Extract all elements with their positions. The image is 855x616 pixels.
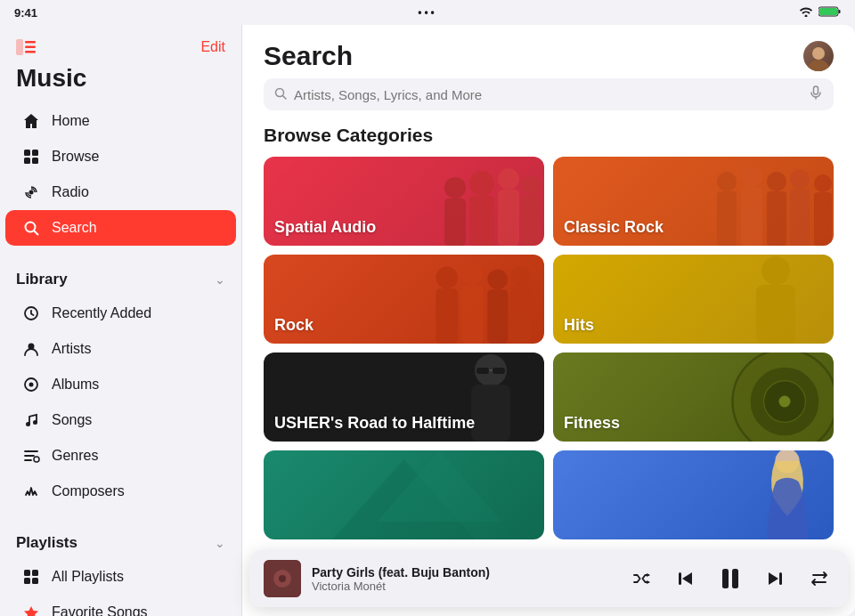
sidebar-item-recently-added-label: Recently Added: [52, 305, 151, 321]
svg-rect-9: [24, 158, 30, 164]
now-playing-thumbnail: [264, 560, 301, 597]
category-card-classic-rock[interactable]: Classic Rock: [553, 157, 834, 246]
sidebar-item-genres[interactable]: Genres: [5, 438, 236, 474]
sidebar-header: Edit: [0, 25, 241, 61]
repeat-button[interactable]: [805, 564, 834, 593]
albums-icon: [21, 375, 41, 394]
sidebar-item-radio[interactable]: Radio: [5, 174, 236, 210]
svg-rect-62: [476, 368, 489, 374]
svg-rect-80: [779, 572, 782, 585]
svg-point-50: [436, 267, 458, 289]
svg-point-56: [510, 266, 531, 287]
svg-point-11: [29, 190, 34, 195]
sidebar-toggle-button[interactable]: [16, 37, 41, 57]
svg-point-27: [812, 47, 825, 60]
microphone-icon[interactable]: [809, 85, 823, 103]
svg-point-36: [521, 175, 541, 195]
sidebar-item-browse[interactable]: Browse: [5, 139, 236, 174]
category-card-usher[interactable]: USHER's Road to Halftime: [264, 353, 544, 442]
sidebar-item-all-playlists[interactable]: All Playlists: [5, 559, 236, 595]
composers-icon: [21, 482, 41, 501]
sidebar-item-composers-label: Composers: [52, 483, 125, 499]
search-input[interactable]: [294, 87, 802, 102]
search-bar-icon: [274, 87, 287, 102]
sidebar-item-home-label: Home: [52, 113, 90, 129]
sidebar-item-favorite-songs[interactable]: Favorite Songs: [5, 595, 236, 616]
svg-rect-1: [819, 8, 837, 15]
sidebar-item-artists-label: Artists: [52, 341, 91, 357]
avatar-image: [803, 41, 834, 71]
user-avatar[interactable]: [803, 41, 834, 71]
svg-point-46: [790, 169, 810, 189]
svg-rect-33: [469, 196, 494, 246]
svg-rect-24: [32, 578, 38, 584]
svg-point-34: [498, 168, 519, 190]
sidebar-item-radio-label: Radio: [52, 184, 89, 200]
svg-line-29: [283, 95, 287, 99]
hits-label: Hits: [564, 316, 594, 335]
svg-rect-5: [25, 46, 36, 49]
sidebar-nav: Home Browse Radio Search: [0, 103, 241, 246]
category-card-fitness[interactable]: Fitness: [553, 353, 834, 442]
svg-rect-47: [790, 189, 810, 246]
sidebar-item-search-label: Search: [52, 220, 97, 236]
svg-point-40: [717, 172, 737, 191]
sidebar-item-recently-added[interactable]: Recently Added: [5, 296, 236, 331]
sidebar-edit-button[interactable]: Edit: [200, 39, 225, 55]
now-playing-controls: [627, 564, 834, 593]
svg-rect-76: [679, 572, 681, 585]
svg-rect-77: [722, 569, 729, 588]
playlists-chevron-icon: ⌄: [215, 536, 225, 550]
sidebar-title: Music: [0, 61, 241, 103]
category-card-spatial-audio[interactable]: Spatial Audio: [264, 157, 544, 246]
genres-icon: [21, 446, 41, 466]
svg-point-32: [469, 171, 494, 196]
svg-point-20: [34, 457, 39, 462]
sidebar-item-search[interactable]: Search: [5, 210, 236, 246]
status-time: 9:41: [14, 6, 37, 20]
status-bar: 9:41 •••: [0, 0, 855, 25]
now-playing-title: Party Girls (feat. Buju Banton): [312, 565, 616, 580]
all-playlists-icon: [21, 567, 41, 587]
svg-rect-37: [521, 195, 541, 246]
status-icons: [799, 6, 841, 19]
wifi-icon: [799, 6, 813, 19]
classic-rock-label: Classic Rock: [564, 218, 664, 237]
playlists-section-header: Playlists ⌄: [16, 534, 225, 552]
category-card-hits[interactable]: Hits: [553, 255, 834, 344]
svg-rect-21: [24, 570, 30, 576]
sidebar-item-favorite-songs-label: Favorite Songs: [52, 604, 148, 616]
shuffle-button[interactable]: [627, 564, 656, 593]
next-button[interactable]: [761, 564, 789, 593]
svg-rect-57: [510, 286, 531, 344]
previous-button[interactable]: [672, 564, 700, 593]
sidebar-item-home[interactable]: Home: [5, 103, 236, 139]
svg-point-58: [761, 256, 790, 285]
svg-rect-49: [814, 192, 832, 246]
svg-rect-6: [25, 51, 36, 53]
now-playing-info: Party Girls (feat. Buju Banton) Victoria…: [312, 565, 616, 593]
library-section: Library ⌄: [0, 256, 241, 296]
recently-added-icon: [21, 304, 41, 323]
categories-grid: Spatial Audio Classic Rock: [242, 157, 855, 539]
sidebar-item-artists[interactable]: Artists: [5, 331, 236, 367]
battery-icon: [818, 6, 841, 19]
search-bar[interactable]: [264, 78, 834, 110]
svg-point-19: [33, 420, 37, 425]
search-icon: [21, 218, 41, 238]
sidebar-item-composers[interactable]: Composers: [5, 474, 236, 509]
fitness-label: Fitness: [564, 414, 620, 433]
svg-rect-43: [741, 187, 762, 246]
spatial-audio-label: Spatial Audio: [274, 218, 376, 237]
sidebar-item-albums[interactable]: Albums: [5, 367, 236, 402]
sidebar-item-songs[interactable]: Songs: [5, 402, 236, 438]
category-card-blue[interactable]: [553, 450, 834, 539]
svg-point-17: [29, 383, 34, 387]
category-card-rock[interactable]: Rock: [264, 255, 544, 344]
sidebar-item-all-playlists-label: All Playlists: [52, 569, 124, 585]
svg-rect-30: [814, 86, 818, 94]
now-playing-artist: Victoria Monét: [312, 580, 616, 593]
category-card-green[interactable]: [264, 450, 544, 539]
playlists-section-title: Playlists: [16, 534, 77, 552]
play-pause-button[interactable]: [716, 564, 745, 593]
